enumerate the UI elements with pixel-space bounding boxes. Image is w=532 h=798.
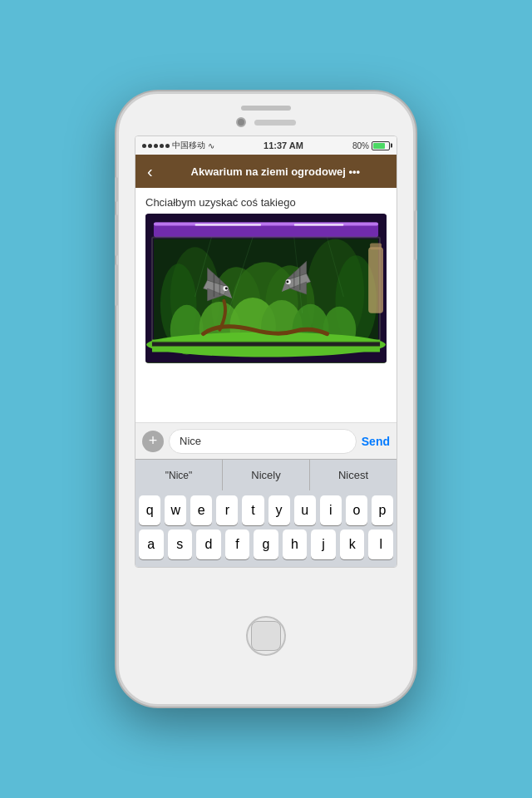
battery-icon xyxy=(372,141,390,150)
key-q[interactable]: q xyxy=(139,495,160,525)
key-k[interactable]: k xyxy=(340,530,365,559)
svg-point-24 xyxy=(225,288,228,290)
battery-fill xyxy=(373,143,385,149)
front-camera-icon xyxy=(236,117,246,127)
input-bar: + Send xyxy=(135,422,397,459)
key-l[interactable]: l xyxy=(368,530,393,559)
power-button xyxy=(414,210,417,260)
top-speaker xyxy=(241,106,291,111)
aquarium-svg xyxy=(145,214,387,363)
key-w[interactable]: w xyxy=(165,495,186,525)
home-button-inner xyxy=(251,621,281,651)
signal-dots xyxy=(142,144,170,148)
send-button[interactable]: Send xyxy=(362,435,390,448)
status-right: 80% xyxy=(352,141,390,150)
earpiece-speaker xyxy=(254,120,296,126)
key-t[interactable]: t xyxy=(242,495,264,525)
chat-message: Chciałbym uzyskać coś takiego xyxy=(135,188,397,214)
autocomplete-item-nicely[interactable]: Nicely xyxy=(222,460,309,490)
key-a[interactable]: a xyxy=(139,530,164,559)
add-attachment-button[interactable]: + xyxy=(142,431,164,452)
chat-image-container xyxy=(135,214,397,363)
home-button[interactable] xyxy=(246,616,286,656)
phone-screen: 中国移动 ∿ 11:37 AM 80% ‹ Akwarium na ziemi … xyxy=(135,135,397,568)
key-f[interactable]: f xyxy=(225,530,250,559)
autocomplete-item-nicest[interactable]: Nicest xyxy=(309,460,397,490)
keyboard: q w e r t y u i o p a s d f g h j k xyxy=(135,490,397,567)
key-j[interactable]: j xyxy=(311,530,336,559)
chat-content: Chciałbym uzyskać coś takiego xyxy=(135,188,397,422)
back-button[interactable]: ‹ xyxy=(144,162,156,181)
autocomplete-item-quoted[interactable]: "Nice" xyxy=(135,460,222,490)
key-r[interactable]: r xyxy=(216,495,238,525)
svg-rect-32 xyxy=(368,247,383,313)
camera-row xyxy=(236,117,296,127)
time-display: 11:37 AM xyxy=(264,140,303,150)
key-d[interactable]: d xyxy=(196,530,221,559)
key-e[interactable]: e xyxy=(190,495,212,525)
phone-frame: 中国移动 ∿ 11:37 AM 80% ‹ Akwarium na ziemi … xyxy=(116,91,416,707)
key-o[interactable]: o xyxy=(346,495,367,525)
svg-rect-33 xyxy=(370,243,382,249)
keyboard-row-1: q w e r t y u i o p xyxy=(139,495,393,525)
mute-button xyxy=(115,177,118,202)
carrier-label: 中国移动 xyxy=(172,140,205,151)
message-input[interactable] xyxy=(169,429,357,454)
status-bar: 中国移动 ∿ 11:37 AM 80% xyxy=(135,136,397,155)
chat-image xyxy=(145,214,387,363)
svg-rect-31 xyxy=(152,342,380,347)
svg-rect-4 xyxy=(294,224,344,226)
key-p[interactable]: p xyxy=(372,495,393,525)
key-i[interactable]: i xyxy=(320,495,342,525)
key-y[interactable]: y xyxy=(268,495,290,525)
volume-down-button xyxy=(115,264,118,306)
navigation-bar: ‹ Akwarium na ziemi ogrodowej ••• xyxy=(135,155,397,188)
phone-bottom xyxy=(246,568,286,704)
wifi-icon: ∿ xyxy=(208,141,214,150)
autocomplete-bar: "Nice" Nicely Nicest xyxy=(135,459,397,490)
key-h[interactable]: h xyxy=(283,530,308,559)
status-left: 中国移动 ∿ xyxy=(142,140,214,151)
volume-up-button xyxy=(115,214,118,256)
nav-title: Akwarium na ziemi ogrodowej ••• xyxy=(163,165,388,178)
key-g[interactable]: g xyxy=(254,530,278,559)
svg-rect-2 xyxy=(154,223,378,226)
svg-rect-3 xyxy=(195,224,261,226)
key-s[interactable]: s xyxy=(168,530,193,559)
key-u[interactable]: u xyxy=(294,495,316,525)
svg-point-28 xyxy=(286,281,288,283)
battery-percent-label: 80% xyxy=(352,141,369,150)
keyboard-row-2: a s d f g h j k l xyxy=(139,530,393,559)
add-icon: + xyxy=(149,432,158,450)
